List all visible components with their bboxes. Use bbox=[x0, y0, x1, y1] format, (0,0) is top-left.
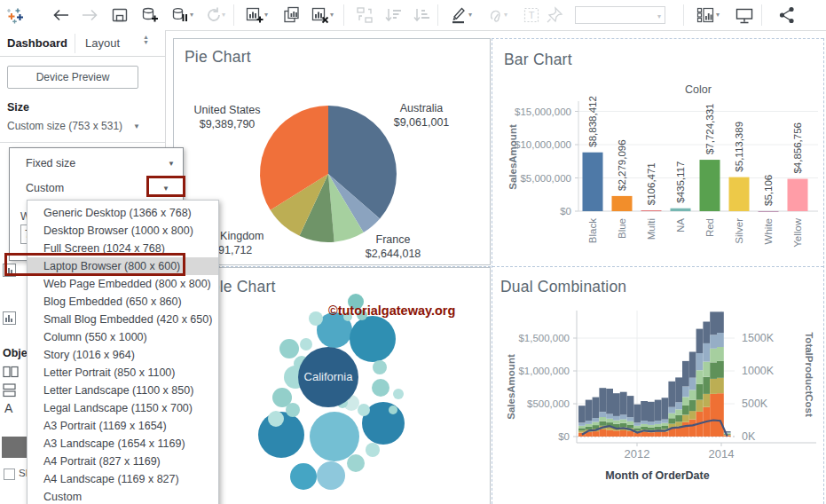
bubble[interactable] bbox=[358, 404, 370, 416]
stacked-bar-segment[interactable] bbox=[578, 428, 586, 430]
stacked-bar-segment[interactable] bbox=[627, 425, 634, 429]
stacked-bar-segment[interactable] bbox=[717, 333, 724, 347]
size-preset-item[interactable]: Blog Embedded (650 x 860) bbox=[28, 293, 218, 311]
bar[interactable] bbox=[612, 196, 633, 211]
stacked-bar-segment[interactable] bbox=[668, 407, 675, 413]
stacked-bar-segment[interactable] bbox=[613, 393, 620, 416]
stacked-bar-segment[interactable] bbox=[641, 401, 648, 421]
new-worksheet-caret-icon[interactable]: ▾ bbox=[264, 11, 268, 20]
size-preset-item[interactable]: Desktop Browser (1000 x 800) bbox=[28, 222, 218, 240]
size-preset-item[interactable]: A4 Portrait (827 x 1169) bbox=[28, 453, 218, 470]
stacked-bar-segment[interactable] bbox=[648, 421, 655, 425]
size-preset-item[interactable]: A3 Portrait (1169 x 1654) bbox=[28, 417, 218, 435]
stacked-bar-segment[interactable] bbox=[641, 427, 648, 429]
stacked-bar-segment[interactable] bbox=[648, 402, 655, 422]
stacked-bar-segment[interactable] bbox=[627, 417, 634, 421]
stacked-bar-segment[interactable] bbox=[717, 361, 724, 378]
size-preset-item[interactable]: Letter Portrait (850 x 1100) bbox=[28, 364, 218, 382]
stacked-bar-segment[interactable] bbox=[633, 423, 641, 426]
stacked-bar-segment[interactable] bbox=[696, 400, 704, 412]
stacked-bar-segment[interactable] bbox=[710, 394, 717, 437]
device-preview-button[interactable]: Device Preview bbox=[7, 66, 138, 89]
stacked-bar-segment[interactable] bbox=[599, 421, 606, 426]
stacked-bar-segment[interactable] bbox=[599, 388, 606, 412]
bar[interactable] bbox=[729, 177, 750, 211]
stacked-bar-segment[interactable] bbox=[593, 398, 600, 419]
stacked-bar-segment[interactable] bbox=[641, 421, 648, 424]
size-preset-item[interactable]: Column (550 x 1000) bbox=[28, 328, 218, 346]
size-preset-item[interactable]: Letter Landscape (1100 x 850) bbox=[28, 382, 218, 399]
stacked-bar-segment[interactable] bbox=[648, 428, 655, 430]
stacked-bar-segment[interactable] bbox=[655, 432, 662, 437]
stacked-bar-segment[interactable] bbox=[703, 377, 710, 394]
size-preset-item[interactable]: Web Page Embedded (800 x 800) bbox=[28, 275, 218, 293]
stacked-bar-segment[interactable] bbox=[703, 343, 710, 362]
bar[interactable] bbox=[700, 160, 720, 211]
stacked-bar-segment[interactable] bbox=[633, 426, 641, 429]
stacked-bar-segment[interactable] bbox=[675, 421, 682, 427]
show-me-icon[interactable] bbox=[696, 5, 715, 25]
tab-layout[interactable]: Layout bbox=[85, 36, 120, 50]
bubble[interactable] bbox=[317, 461, 345, 490]
stacked-bar-segment[interactable] bbox=[689, 420, 696, 437]
stacked-bar-segment[interactable] bbox=[710, 335, 717, 349]
stacked-bar-segment[interactable] bbox=[648, 425, 655, 428]
bubble[interactable] bbox=[372, 379, 389, 397]
text-object-icon[interactable]: A bbox=[4, 401, 12, 415]
clear-sheet-icon[interactable] bbox=[311, 5, 330, 25]
sheet-item-icon[interactable] bbox=[3, 311, 16, 325]
stacked-bar-segment[interactable] bbox=[641, 424, 648, 427]
bar[interactable] bbox=[671, 209, 691, 211]
horizontal-container-icon[interactable] bbox=[3, 366, 19, 382]
stacked-bar-segment[interactable] bbox=[703, 394, 710, 407]
size-preset-item[interactable]: Story (1016 x 964) bbox=[28, 346, 218, 364]
save-icon[interactable] bbox=[110, 5, 130, 25]
stacked-bar-segment[interactable] bbox=[662, 423, 669, 426]
stacked-bar-segment[interactable] bbox=[710, 379, 717, 394]
bubble[interactable] bbox=[350, 316, 396, 362]
stacked-bar-segment[interactable] bbox=[578, 426, 586, 429]
stacked-bar-segment[interactable] bbox=[696, 329, 704, 353]
fixed-size-caret-icon[interactable]: ▼ bbox=[168, 160, 175, 168]
bubble[interactable] bbox=[393, 389, 404, 399]
bubble[interactable] bbox=[389, 406, 397, 414]
bubble[interactable] bbox=[279, 339, 299, 358]
stacked-bar-segment[interactable] bbox=[648, 432, 655, 437]
bar[interactable] bbox=[583, 153, 603, 211]
stacked-bar-segment[interactable] bbox=[627, 431, 634, 437]
stacked-bar-segment[interactable] bbox=[668, 382, 675, 407]
size-preset-item[interactable]: Generic Desktop (1366 x 768) bbox=[28, 204, 218, 222]
bubble[interactable] bbox=[347, 454, 365, 472]
stacked-bar-segment[interactable] bbox=[675, 409, 682, 415]
stacked-bar-segment[interactable] bbox=[668, 413, 675, 419]
fixed-size-dropdown[interactable]: Fixed size ▼ bbox=[10, 152, 183, 175]
stacked-bar-segment[interactable] bbox=[717, 347, 724, 361]
stacked-bar-segment[interactable] bbox=[689, 411, 696, 420]
bubble[interactable] bbox=[373, 360, 387, 374]
bubble[interactable] bbox=[366, 443, 380, 457]
new-data-source-icon[interactable] bbox=[140, 5, 160, 25]
size-preset-item[interactable]: Laptop Browser (800 x 600) bbox=[28, 257, 218, 275]
stacked-bar-segment[interactable] bbox=[620, 420, 627, 423]
stacked-bar-segment[interactable] bbox=[689, 378, 696, 390]
stacked-bar-segment[interactable] bbox=[710, 362, 717, 379]
stacked-bar-segment[interactable] bbox=[682, 406, 689, 415]
presentation-mode-icon[interactable] bbox=[735, 5, 754, 25]
show-title-checkbox[interactable] bbox=[4, 469, 15, 480]
stacked-bar-segment[interactable] bbox=[662, 398, 669, 419]
stacked-bar-segment[interactable] bbox=[682, 387, 689, 398]
size-preset-item[interactable]: Small Blog Embedded (420 x 650) bbox=[28, 311, 218, 328]
bar[interactable] bbox=[759, 211, 779, 212]
bubble[interactable] bbox=[309, 311, 323, 326]
stacked-bar-segment[interactable] bbox=[613, 430, 620, 437]
stacked-bar-segment[interactable] bbox=[586, 427, 593, 429]
stacked-bar-segment[interactable] bbox=[606, 414, 613, 419]
stacked-bar-segment[interactable] bbox=[682, 422, 689, 437]
stacked-bar-segment[interactable] bbox=[606, 419, 613, 422]
stacked-bar-segment[interactable] bbox=[586, 424, 593, 427]
stacked-bar-segment[interactable] bbox=[682, 361, 689, 387]
stacked-bar-segment[interactable] bbox=[633, 405, 641, 423]
stacked-bar-segment[interactable] bbox=[689, 390, 696, 400]
stacked-bar-segment[interactable] bbox=[606, 430, 613, 437]
stacked-bar-segment[interactable] bbox=[717, 393, 724, 437]
